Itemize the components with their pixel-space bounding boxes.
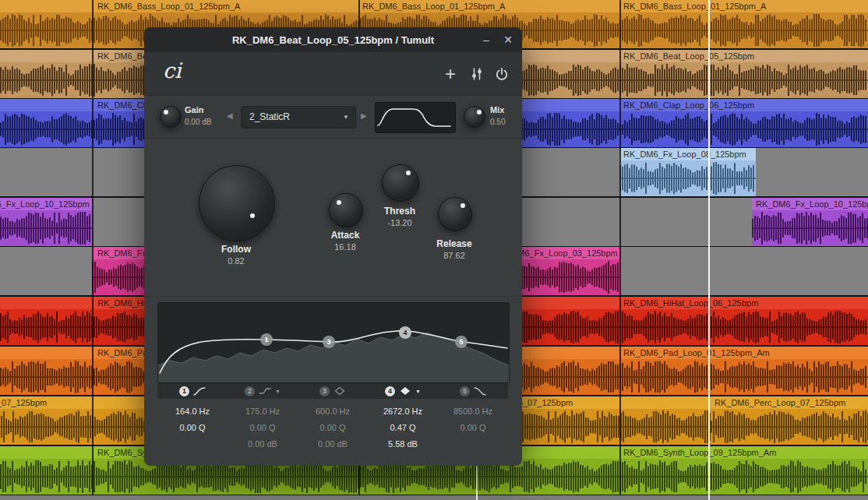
mix-value: 0.50 bbox=[490, 118, 505, 126]
band-1-freq[interactable]: 164.0 Hz bbox=[157, 403, 228, 420]
eq-band-4-selector[interactable]: 4 ▼ bbox=[368, 386, 438, 396]
preset-bar: Gain 0.00 dB ◀ 2_StaticR ▼ ▶ Mix 0.50 bbox=[144, 96, 522, 139]
band-4-gain[interactable]: 5.58 dB bbox=[368, 436, 438, 452]
shelf-icon bbox=[259, 386, 271, 396]
plugin-window: RK_DM6_Beat_Loop_05_125bpm / Tumult – ✕ … bbox=[144, 27, 522, 466]
band-4-freq[interactable]: 2672.0 Hz bbox=[368, 403, 438, 420]
waveform bbox=[619, 160, 756, 196]
playhead-line[interactable] bbox=[708, 0, 710, 500]
envelope-curve-display bbox=[375, 102, 456, 133]
bar-gridline bbox=[92, 0, 94, 495]
preset-name: 2_StaticR bbox=[249, 107, 290, 128]
plugin-titlebar[interactable]: RK_DM6_Beat_Loop_05_125bpm / Tumult – ✕ bbox=[144, 27, 522, 52]
bell-icon bbox=[333, 386, 346, 396]
prev-preset-icon[interactable]: ◀ bbox=[227, 111, 233, 120]
highpass-icon bbox=[193, 386, 206, 396]
next-preset-icon[interactable]: ▶ bbox=[361, 111, 367, 120]
band-5-q[interactable]: 0.00 Q bbox=[438, 420, 508, 436]
eq-band-2-selector[interactable]: 2 ▼ bbox=[228, 386, 298, 396]
waveform bbox=[711, 409, 868, 445]
clip-label: RK_DM6_Synth_Loop_09_125bpm_Am bbox=[623, 448, 776, 457]
band-1-gain bbox=[157, 436, 228, 452]
brand-logo: ci bbox=[163, 58, 182, 83]
chevron-down-icon: ▼ bbox=[275, 389, 281, 394]
eq-values-grid: 164.0 Hz 175.0 Hz 600.0 Hz 2672.0 Hz 850… bbox=[157, 403, 509, 452]
power-icon[interactable] bbox=[491, 52, 513, 95]
eq-node-4[interactable]: 4 bbox=[399, 326, 411, 339]
band-number: 1 bbox=[179, 386, 189, 396]
band-5-freq[interactable]: 8500.0 Hz bbox=[438, 403, 508, 420]
clip-label: RK_DM6_Fx_Loop_08_125bpm bbox=[623, 150, 746, 159]
bell-filled-icon bbox=[399, 386, 411, 396]
band-5-gain bbox=[438, 436, 508, 452]
release-caption: Release 87.62 bbox=[431, 238, 478, 260]
thresh-knob[interactable] bbox=[382, 164, 419, 202]
eq-node-1[interactable]: 1 bbox=[260, 333, 273, 346]
mix-knob[interactable] bbox=[464, 106, 485, 128]
mix-label: Mix bbox=[490, 105, 504, 114]
follow-caption: Follow 0.82 bbox=[199, 244, 273, 266]
clip-label: RK_DM6_Pad_Loop_01_125bpm_Am bbox=[623, 348, 770, 357]
plugin-title: RK_DM6_Beat_Loop_05_125bpm / Tumult bbox=[232, 34, 434, 46]
daw-arrangement-view: RK_DM6_Bass_Loop_01_125bpm_A RK_DM6_Bass… bbox=[0, 0, 868, 500]
clip-label: RK_DM6_HiHat_Loop_06_125bpm bbox=[623, 298, 758, 308]
clip-label: RK_DM6_Perc_Loop_07_125bpm bbox=[0, 398, 47, 407]
release-knob[interactable] bbox=[438, 197, 472, 231]
bar-gridline bbox=[619, 0, 621, 495]
clip-label: RK_DM6_Bass_Loop_01_125bpm_A bbox=[623, 2, 766, 11]
eq-node-5[interactable]: 5 bbox=[455, 336, 468, 348]
chevron-down-icon: ▼ bbox=[343, 107, 349, 128]
lowpass-icon bbox=[474, 386, 486, 396]
clip-label: RK_DM6_Bass_Loop_01_125bpm_A bbox=[97, 2, 240, 11]
eq-band-5-selector[interactable]: 5 bbox=[438, 386, 508, 396]
eq-node-3[interactable]: 3 bbox=[323, 336, 335, 348]
waveform bbox=[752, 210, 868, 246]
clip-label: RK_DM6_Perc_Loop_07_125bpm bbox=[715, 398, 845, 407]
arrangement-footer bbox=[0, 495, 868, 500]
clip-label: RK_DM6_Fx_Loop_10_125bpm bbox=[756, 199, 868, 209]
gain-value: 0.00 dB bbox=[185, 118, 211, 126]
gain-knob[interactable] bbox=[160, 106, 182, 128]
eq-band-1-selector[interactable]: 1 bbox=[157, 386, 228, 396]
plugin-header: ci + bbox=[144, 52, 522, 96]
dynamics-panel: Follow 0.82 Attack 16.18 Thresh -13.20 bbox=[144, 139, 522, 296]
clip-label: RK_DM6_Fx_Loop_10_125bpm bbox=[0, 199, 90, 209]
attack-caption: Attack 16.18 bbox=[322, 230, 369, 252]
band-1-q[interactable]: 0.00 Q bbox=[157, 420, 228, 436]
attack-knob[interactable] bbox=[329, 193, 363, 227]
clip-label: RK_DM6_Clap_Loop_06_125bpm bbox=[623, 100, 754, 110]
band-3-freq[interactable]: 600.0 Hz bbox=[298, 403, 368, 420]
band-number: 2 bbox=[245, 386, 255, 396]
band-4-q[interactable]: 0.47 Q bbox=[368, 420, 438, 436]
waveform bbox=[0, 210, 92, 246]
chevron-down-icon: ▼ bbox=[415, 389, 421, 394]
gain-label: Gain bbox=[185, 105, 203, 114]
settings-sliders-icon[interactable] bbox=[466, 52, 488, 95]
follow-knob[interactable] bbox=[199, 165, 275, 241]
band-2-freq[interactable]: 175.0 Hz bbox=[228, 403, 298, 420]
band-2-q[interactable]: 0.00 Q bbox=[228, 420, 298, 436]
band-number: 4 bbox=[385, 386, 395, 396]
preset-dropdown[interactable]: 2_StaticR ▼ bbox=[241, 106, 356, 129]
band-3-q[interactable]: 0.00 Q bbox=[298, 420, 368, 436]
band-3-gain[interactable]: 0.00 dB bbox=[298, 436, 368, 452]
band-number: 3 bbox=[319, 386, 330, 396]
eq-band-selector-row: 1 2 ▼ 3 bbox=[157, 383, 508, 399]
clip-label: RK_DM6_Beat_Loop_05_125bpm bbox=[623, 51, 754, 61]
eq-section: 1 3 4 5 1 2 ▼ bbox=[144, 296, 522, 452]
close-button[interactable]: ✕ bbox=[499, 27, 517, 52]
thresh-caption: Thresh -13.20 bbox=[376, 206, 423, 227]
minimize-button[interactable]: – bbox=[477, 27, 496, 52]
band-number: 5 bbox=[460, 386, 470, 396]
eq-display[interactable]: 1 3 4 5 bbox=[157, 302, 510, 383]
add-icon[interactable]: + bbox=[439, 52, 461, 95]
band-2-gain[interactable]: 0.00 dB bbox=[228, 436, 298, 452]
eq-band-3-selector[interactable]: 3 bbox=[298, 386, 368, 396]
clip-label: RK_DM6_Bass_Loop_01_125bpm_A bbox=[362, 2, 505, 11]
